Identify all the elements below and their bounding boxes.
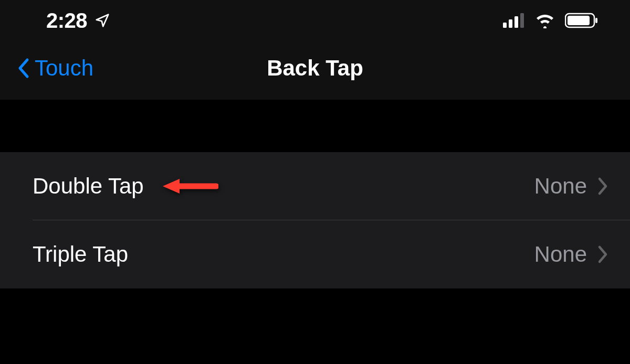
- row-value: None: [534, 174, 587, 199]
- nav-bar: Touch Back Tap: [0, 37, 630, 100]
- svg-rect-3: [520, 13, 524, 28]
- row-value: None: [534, 242, 587, 267]
- battery-icon: [565, 13, 598, 28]
- content-spacer: [0, 100, 630, 152]
- status-left: 2:28: [46, 9, 110, 33]
- nav-title: Back Tap: [267, 56, 363, 81]
- status-bar: 2:28: [0, 0, 630, 37]
- chevron-right-icon: [597, 245, 609, 264]
- svg-rect-0: [503, 23, 507, 28]
- annotation-arrow-icon: [161, 176, 218, 197]
- settings-list: Double Tap None Triple Tap None: [0, 152, 630, 288]
- back-label: Touch: [35, 56, 93, 81]
- svg-marker-8: [163, 179, 180, 194]
- row-right: None: [534, 242, 609, 267]
- svg-rect-1: [509, 19, 512, 28]
- status-time: 2:28: [46, 9, 87, 33]
- row-label: Double Tap: [33, 174, 144, 199]
- svg-rect-6: [595, 18, 597, 23]
- svg-rect-2: [514, 16, 518, 28]
- row-right: None: [534, 174, 609, 199]
- back-button[interactable]: Touch: [16, 56, 93, 81]
- svg-rect-5: [568, 16, 590, 25]
- location-icon: [94, 13, 110, 28]
- chevron-left-icon: [16, 57, 32, 80]
- chevron-right-icon: [597, 177, 609, 196]
- wifi-icon: [534, 13, 555, 28]
- settings-row-double-tap[interactable]: Double Tap None: [0, 152, 630, 220]
- cellular-icon: [503, 13, 525, 28]
- settings-row-triple-tap[interactable]: Triple Tap None: [0, 220, 630, 288]
- status-right: [503, 13, 598, 28]
- row-label: Triple Tap: [33, 242, 128, 267]
